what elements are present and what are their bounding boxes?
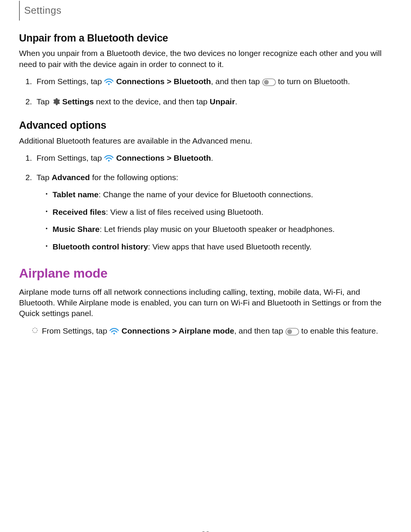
svg-point-3 (108, 160, 110, 161)
wifi-icon (104, 76, 114, 89)
svg-point-6 (287, 329, 292, 334)
text: for the following options: (90, 173, 178, 182)
paragraph-unpair-intro: When you unpair from a Bluetooth device,… (19, 48, 392, 70)
steps-airplane: From Settings, tap Connections > Airplan… (19, 324, 392, 339)
text: From Settings, tap (37, 77, 104, 86)
text: , and then tap (234, 326, 285, 335)
bullet-label: Received files (53, 208, 106, 216)
bullet-label: Bluetooth control history (53, 242, 148, 251)
bullet-bt-history: Bluetooth control history: View apps tha… (46, 240, 392, 253)
toggle-off-icon (262, 77, 276, 90)
bullet-label: Tablet name (53, 190, 99, 199)
bullet-received-files: Received files: View a list of files rec… (46, 206, 392, 219)
text: . (211, 153, 213, 162)
step-unpair-2: Tap Settings next to the device, and the… (34, 95, 392, 110)
label-connections-bluetooth: Connections > Bluetooth (116, 153, 211, 162)
label-connections-airplane: Connections > Airplane mode (121, 326, 234, 335)
advanced-bullets: Tablet name: Change the name of your dev… (37, 188, 392, 253)
bullet-tablet-name: Tablet name: Change the name of your dev… (46, 188, 392, 201)
heading-advanced: Advanced options (19, 118, 392, 132)
text: Tap (37, 173, 52, 182)
label-connections-bluetooth: Connections > Bluetooth (116, 77, 211, 86)
text: , and then tap (211, 77, 262, 86)
step-advanced-2: Tap Advanced for the following options: … (34, 171, 392, 253)
text: From Settings, tap (37, 153, 104, 162)
wifi-icon (104, 153, 114, 166)
text: From Settings, tap (42, 326, 109, 335)
text: to enable this feature. (299, 326, 378, 335)
text: next to the device, and then tap (94, 97, 210, 106)
toggle-off-icon (285, 326, 299, 339)
bullet-text: : Let friends play music on your Bluetoo… (100, 225, 335, 233)
heading-airplane: Airplane mode (19, 265, 392, 282)
bullet-label: Music Share (53, 225, 100, 233)
svg-point-0 (108, 83, 110, 85)
svg-point-2 (264, 80, 268, 85)
label-advanced: Advanced (52, 173, 90, 182)
label-unpair: Unpair (210, 97, 235, 106)
step-advanced-1: From Settings, tap Connections > Bluetoo… (34, 152, 392, 166)
text: to turn on Bluetooth. (276, 77, 350, 86)
page-number: 83 (19, 529, 392, 532)
paragraph-advanced-intro: Additional Bluetooth features are availa… (19, 136, 392, 146)
text: Tap (37, 97, 52, 106)
steps-unpair: From Settings, tap Connections > Bluetoo… (19, 75, 392, 109)
step-airplane-1: From Settings, tap Connections > Airplan… (34, 324, 392, 339)
step-unpair-1: From Settings, tap Connections > Bluetoo… (34, 75, 392, 90)
page-header: Settings (19, 0, 392, 21)
bullet-music-share: Music Share: Let friends play music on y… (46, 223, 392, 236)
wifi-icon (109, 326, 119, 339)
paragraph-airplane-intro: Airplane mode turns off all network conn… (19, 287, 392, 319)
breadcrumb: Settings (24, 4, 62, 17)
bullet-text: : View a list of files received using Bl… (106, 208, 263, 216)
header-divider (19, 1, 20, 21)
text: . (235, 97, 237, 106)
bullet-text: : View apps that have used Bluetooth rec… (148, 242, 312, 251)
steps-advanced: From Settings, tap Connections > Bluetoo… (19, 152, 392, 253)
svg-point-4 (113, 332, 115, 334)
heading-unpair: Unpair from a Bluetooth device (19, 31, 392, 45)
label-settings: Settings (62, 97, 94, 106)
gear-icon (52, 97, 60, 110)
bullet-text: : Change the name of your device for Blu… (99, 190, 313, 199)
